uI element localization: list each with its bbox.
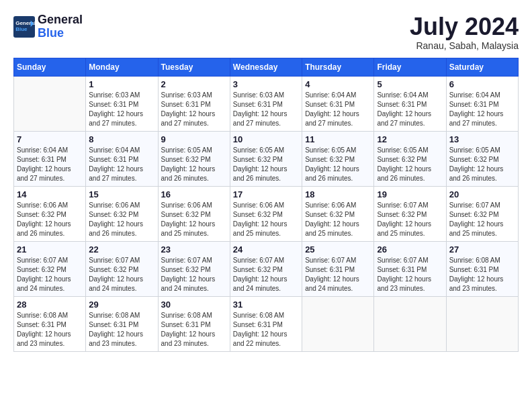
day-number: 24	[233, 244, 299, 255]
calendar-cell: 26Sunrise: 6:07 AMSunset: 6:31 PMDayligh…	[374, 241, 446, 296]
day-number: 9	[161, 134, 227, 144]
day-number: 11	[305, 134, 371, 144]
logo: General Blue General Blue	[13, 13, 83, 40]
day-info: Sunrise: 6:03 AMSunset: 6:31 PMDaylight:…	[233, 91, 299, 128]
day-info: Sunrise: 6:06 AMSunset: 6:32 PMDaylight:…	[305, 201, 371, 238]
calendar-header-row: SundayMondayTuesdayWednesdayThursdayFrid…	[14, 58, 519, 76]
day-number: 17	[233, 189, 299, 199]
day-info: Sunrise: 6:07 AMSunset: 6:32 PMDaylight:…	[233, 256, 299, 293]
calendar-week-row: 1Sunrise: 6:03 AMSunset: 6:31 PMDaylight…	[14, 76, 519, 131]
title-block: July 2024 Ranau, Sabah, Malaysia	[410, 13, 519, 51]
day-info: Sunrise: 6:07 AMSunset: 6:32 PMDaylight:…	[89, 256, 154, 293]
day-info: Sunrise: 6:07 AMSunset: 6:32 PMDaylight:…	[17, 256, 83, 293]
day-number: 25	[305, 244, 371, 255]
day-info: Sunrise: 6:06 AMSunset: 6:32 PMDaylight:…	[233, 201, 299, 238]
day-number: 15	[89, 189, 154, 199]
calendar-header-cell: Saturday	[446, 58, 518, 76]
day-number: 12	[377, 134, 443, 144]
day-number: 6	[449, 79, 515, 89]
logo-icon: General Blue	[13, 16, 35, 38]
calendar-cell: 9Sunrise: 6:05 AMSunset: 6:32 PMDaylight…	[158, 131, 230, 186]
calendar-cell: 21Sunrise: 6:07 AMSunset: 6:32 PMDayligh…	[14, 241, 86, 296]
calendar-cell: 15Sunrise: 6:06 AMSunset: 6:32 PMDayligh…	[86, 186, 158, 241]
day-info: Sunrise: 6:03 AMSunset: 6:31 PMDaylight:…	[89, 91, 154, 128]
day-info: Sunrise: 6:07 AMSunset: 6:32 PMDaylight:…	[449, 201, 515, 238]
day-info: Sunrise: 6:06 AMSunset: 6:32 PMDaylight:…	[89, 201, 154, 238]
calendar-cell: 22Sunrise: 6:07 AMSunset: 6:32 PMDayligh…	[86, 241, 158, 296]
day-info: Sunrise: 6:07 AMSunset: 6:31 PMDaylight:…	[305, 256, 371, 293]
day-number: 10	[233, 134, 299, 144]
calendar-cell: 11Sunrise: 6:05 AMSunset: 6:32 PMDayligh…	[302, 131, 374, 186]
calendar-cell: 29Sunrise: 6:08 AMSunset: 6:31 PMDayligh…	[86, 296, 158, 351]
calendar-cell	[446, 296, 518, 351]
calendar-cell: 27Sunrise: 6:08 AMSunset: 6:31 PMDayligh…	[446, 241, 518, 296]
page-header: General Blue General Blue July 2024 Rana…	[13, 13, 519, 51]
day-info: Sunrise: 6:05 AMSunset: 6:32 PMDaylight:…	[449, 146, 515, 183]
calendar-cell: 7Sunrise: 6:04 AMSunset: 6:31 PMDaylight…	[14, 131, 86, 186]
day-number: 21	[17, 244, 83, 255]
calendar-table: SundayMondayTuesdayWednesdayThursdayFrid…	[13, 58, 519, 352]
calendar-header-cell: Thursday	[302, 58, 374, 76]
day-info: Sunrise: 6:06 AMSunset: 6:32 PMDaylight:…	[17, 201, 83, 238]
day-number: 5	[377, 79, 443, 89]
day-info: Sunrise: 6:04 AMSunset: 6:31 PMDaylight:…	[449, 91, 515, 128]
calendar-cell: 16Sunrise: 6:06 AMSunset: 6:32 PMDayligh…	[158, 186, 230, 241]
calendar-cell: 14Sunrise: 6:06 AMSunset: 6:32 PMDayligh…	[14, 186, 86, 241]
day-number: 30	[161, 300, 227, 310]
day-info: Sunrise: 6:08 AMSunset: 6:31 PMDaylight:…	[17, 311, 83, 349]
day-number: 19	[377, 189, 443, 199]
day-info: Sunrise: 6:04 AMSunset: 6:31 PMDaylight:…	[89, 146, 154, 183]
svg-text:Blue: Blue	[15, 26, 28, 32]
calendar-cell: 19Sunrise: 6:07 AMSunset: 6:32 PMDayligh…	[374, 186, 446, 241]
day-number: 1	[89, 79, 154, 89]
day-info: Sunrise: 6:04 AMSunset: 6:31 PMDaylight:…	[377, 91, 443, 128]
day-number: 3	[233, 79, 299, 89]
calendar-cell: 3Sunrise: 6:03 AMSunset: 6:31 PMDaylight…	[230, 76, 302, 131]
day-info: Sunrise: 6:05 AMSunset: 6:32 PMDaylight:…	[233, 146, 299, 183]
day-number: 16	[161, 189, 227, 199]
calendar-cell: 13Sunrise: 6:05 AMSunset: 6:32 PMDayligh…	[446, 131, 518, 186]
calendar-week-row: 21Sunrise: 6:07 AMSunset: 6:32 PMDayligh…	[14, 241, 519, 296]
calendar-cell	[14, 76, 86, 131]
calendar-cell: 4Sunrise: 6:04 AMSunset: 6:31 PMDaylight…	[302, 76, 374, 131]
month-year: July 2024	[410, 13, 519, 40]
logo-text: General Blue	[38, 13, 83, 40]
calendar-cell: 20Sunrise: 6:07 AMSunset: 6:32 PMDayligh…	[446, 186, 518, 241]
day-info: Sunrise: 6:07 AMSunset: 6:32 PMDaylight:…	[161, 256, 227, 293]
day-info: Sunrise: 6:08 AMSunset: 6:31 PMDaylight:…	[161, 311, 227, 349]
calendar-cell: 28Sunrise: 6:08 AMSunset: 6:31 PMDayligh…	[14, 296, 86, 351]
calendar-cell: 12Sunrise: 6:05 AMSunset: 6:32 PMDayligh…	[374, 131, 446, 186]
calendar-cell: 8Sunrise: 6:04 AMSunset: 6:31 PMDaylight…	[86, 131, 158, 186]
day-info: Sunrise: 6:05 AMSunset: 6:32 PMDaylight:…	[305, 146, 371, 183]
day-number: 8	[89, 134, 154, 144]
calendar-cell: 24Sunrise: 6:07 AMSunset: 6:32 PMDayligh…	[230, 241, 302, 296]
day-info: Sunrise: 6:04 AMSunset: 6:31 PMDaylight:…	[17, 146, 83, 183]
day-info: Sunrise: 6:05 AMSunset: 6:32 PMDaylight:…	[377, 146, 443, 183]
calendar-header-cell: Wednesday	[230, 58, 302, 76]
calendar-cell: 6Sunrise: 6:04 AMSunset: 6:31 PMDaylight…	[446, 76, 518, 131]
location: Ranau, Sabah, Malaysia	[410, 40, 519, 51]
calendar-body: 1Sunrise: 6:03 AMSunset: 6:31 PMDaylight…	[14, 76, 519, 351]
calendar-cell: 17Sunrise: 6:06 AMSunset: 6:32 PMDayligh…	[230, 186, 302, 241]
calendar-week-row: 14Sunrise: 6:06 AMSunset: 6:32 PMDayligh…	[14, 186, 519, 241]
calendar-cell: 5Sunrise: 6:04 AMSunset: 6:31 PMDaylight…	[374, 76, 446, 131]
day-number: 26	[377, 244, 443, 255]
day-number: 2	[161, 79, 227, 89]
calendar-cell: 10Sunrise: 6:05 AMSunset: 6:32 PMDayligh…	[230, 131, 302, 186]
day-info: Sunrise: 6:04 AMSunset: 6:31 PMDaylight:…	[305, 91, 371, 128]
day-info: Sunrise: 6:08 AMSunset: 6:31 PMDaylight:…	[449, 256, 515, 293]
day-number: 7	[17, 134, 83, 144]
day-number: 22	[89, 244, 154, 255]
day-info: Sunrise: 6:05 AMSunset: 6:32 PMDaylight:…	[161, 146, 227, 183]
day-number: 14	[17, 189, 83, 199]
day-number: 23	[161, 244, 227, 255]
day-number: 4	[305, 79, 371, 89]
calendar-cell: 23Sunrise: 6:07 AMSunset: 6:32 PMDayligh…	[158, 241, 230, 296]
calendar-header-cell: Monday	[86, 58, 158, 76]
day-info: Sunrise: 6:07 AMSunset: 6:32 PMDaylight:…	[377, 201, 443, 238]
day-number: 28	[17, 300, 83, 310]
day-number: 31	[233, 300, 299, 310]
day-number: 29	[89, 300, 154, 310]
calendar-cell: 25Sunrise: 6:07 AMSunset: 6:31 PMDayligh…	[302, 241, 374, 296]
day-number: 20	[449, 189, 515, 199]
